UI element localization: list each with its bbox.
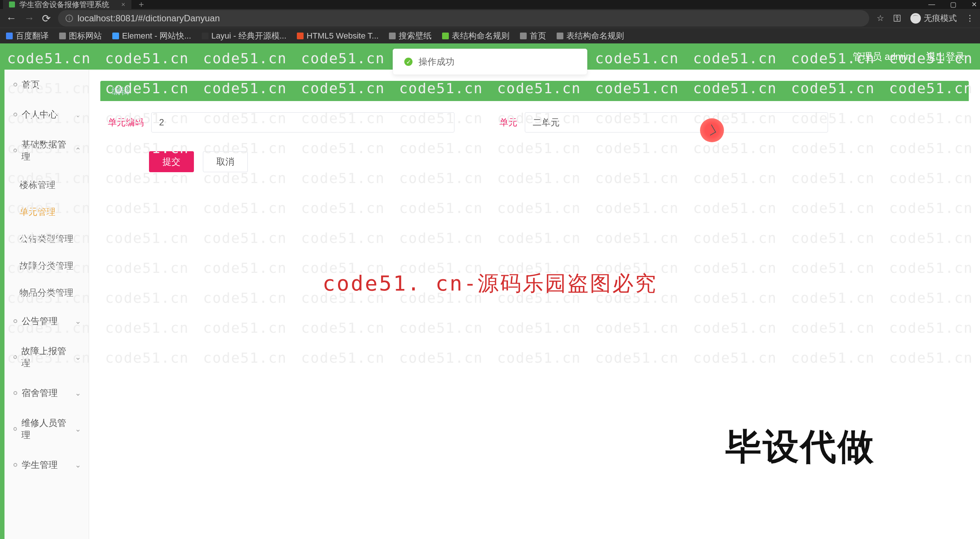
star-icon[interactable]: ☆ bbox=[877, 13, 884, 23]
sidebar-sub-unit[interactable]: 单元管理 bbox=[0, 199, 89, 225]
tab-favicon bbox=[9, 2, 15, 8]
bookmark-icon bbox=[112, 33, 119, 39]
dot-icon bbox=[13, 427, 17, 431]
dot-icon bbox=[13, 319, 17, 323]
dot-icon bbox=[13, 355, 17, 359]
sidebar-home[interactable]: 首页 bbox=[0, 70, 89, 100]
field-unit-name: 单元 bbox=[500, 112, 828, 132]
submit-button[interactable]: 提交 bbox=[149, 151, 194, 172]
field-unit-code: 单元编码 bbox=[108, 112, 455, 132]
back-button[interactable]: ← bbox=[6, 12, 16, 24]
form-row: 单元编码 单元 bbox=[100, 101, 969, 144]
chevron-down-icon: ⌄ bbox=[75, 460, 81, 469]
tab-title: 学生宿舍设备报修管理系统 bbox=[19, 0, 109, 10]
watermark-center-text: code51. cn-源码乐园盗图必究 bbox=[323, 269, 658, 298]
bookmark-icon bbox=[202, 33, 208, 39]
close-tab-icon[interactable]: × bbox=[121, 1, 126, 9]
sidebar-dorm[interactable]: 宿舍管理⌄ bbox=[0, 378, 89, 408]
sidebar-sub-building[interactable]: 楼栋管理 bbox=[0, 172, 89, 199]
bookmark-icon bbox=[389, 33, 396, 39]
sidebar-notice[interactable]: 公告管理⌄ bbox=[0, 306, 89, 336]
bookmark-item[interactable]: Layui - 经典开源模... bbox=[202, 30, 286, 41]
sidebar-sub-item-type[interactable]: 物品分类管理 bbox=[0, 279, 89, 306]
button-row: 提交 取消 bbox=[100, 144, 969, 180]
new-tab-button[interactable]: + bbox=[139, 0, 144, 10]
label-unit-code: 单元编码 bbox=[108, 116, 144, 129]
cancel-button[interactable]: 取消 bbox=[203, 151, 248, 172]
bookmark-item[interactable]: 搜索壁纸 bbox=[389, 30, 432, 41]
menu-icon[interactable]: ⋮ bbox=[966, 13, 974, 23]
url-input[interactable]: i localhost:8081/#/dictionaryDanyuan bbox=[58, 10, 869, 27]
sidebar-personal[interactable]: 个人中心⌄ bbox=[0, 100, 89, 129]
chevron-down-icon: ⌄ bbox=[75, 316, 81, 326]
bookmark-item[interactable]: 首页 bbox=[520, 30, 546, 41]
bookmark-item[interactable]: 百度翻译 bbox=[6, 30, 49, 41]
success-toast: ✓ 操作成功 bbox=[393, 49, 587, 75]
site-info-icon[interactable]: i bbox=[65, 14, 73, 22]
header-user[interactable]: 管理员 admin bbox=[853, 50, 911, 63]
bookmark-icon bbox=[557, 33, 563, 39]
bookmark-item[interactable]: 表结构命名规则 bbox=[557, 30, 624, 41]
bookmark-icon bbox=[442, 33, 449, 39]
bookmark-item[interactable]: 表结构命名规则 bbox=[442, 30, 509, 41]
incognito-icon: ⌒ bbox=[910, 13, 921, 24]
browser-titlebar: 学生宿舍设备报修管理系统 × + — ▢ ✕ bbox=[0, 0, 980, 9]
cursor-indicator bbox=[700, 118, 724, 142]
sidebar-fault-report[interactable]: 故障上报管理⌄ bbox=[0, 336, 89, 378]
profile-badge[interactable]: ⌒ 无痕模式 bbox=[910, 13, 957, 24]
watermark-corner-text: 毕设代做 bbox=[725, 423, 875, 472]
sidebar: 首页 个人中心⌄ 基础数据管理⌃ 楼栋管理 单元管理 公告类型管理 故障分类管理… bbox=[0, 70, 89, 539]
address-bar: ← → ⟳ i localhost:8081/#/dictionaryDanyu… bbox=[0, 9, 980, 28]
sidebar-sub-notice-type[interactable]: 公告类型管理 bbox=[0, 225, 89, 252]
bookmarks-bar: 百度翻译 图标网站 Element - 网站快... Layui - 经典开源模… bbox=[0, 28, 980, 43]
breadcrumb: 编辑 bbox=[111, 85, 129, 97]
logout-link[interactable]: 退出登录 bbox=[926, 50, 965, 63]
label-unit-name: 单元 bbox=[500, 116, 517, 129]
sidebar-base-data[interactable]: 基础数据管理⌃ bbox=[0, 129, 89, 172]
panel-header: 编辑 bbox=[100, 81, 969, 101]
toast-message: 操作成功 bbox=[418, 56, 455, 68]
url-text: localhost:8081/#/dictionaryDanyuan bbox=[78, 13, 220, 24]
key-icon[interactable]: ⚿ bbox=[893, 13, 901, 23]
reload-button[interactable]: ⟳ bbox=[42, 12, 51, 25]
check-icon: ✓ bbox=[404, 58, 412, 66]
window-controls: — ▢ ✕ bbox=[928, 0, 977, 9]
dot-icon bbox=[13, 463, 17, 467]
sidebar-repair-staff[interactable]: 维修人员管理⌄ bbox=[0, 408, 89, 450]
dot-icon bbox=[13, 83, 17, 86]
bookmark-item[interactable]: 图标网站 bbox=[59, 30, 102, 41]
chevron-down-icon: ⌄ bbox=[75, 110, 81, 119]
input-unit-code[interactable] bbox=[151, 112, 455, 132]
profile-mode-text: 无痕模式 bbox=[924, 13, 957, 24]
chevron-down-icon: ⌄ bbox=[75, 353, 81, 362]
chevron-down-icon: ⌄ bbox=[75, 425, 81, 434]
chevron-up-icon: ⌃ bbox=[75, 146, 81, 155]
input-unit-name[interactable] bbox=[525, 112, 828, 132]
bookmark-item[interactable]: HTML5 Website T... bbox=[297, 31, 379, 41]
sidebar-student[interactable]: 学生管理⌄ bbox=[0, 450, 89, 480]
close-window-icon[interactable]: ✕ bbox=[971, 0, 977, 9]
sidebar-sub-fault-type[interactable]: 故障分类管理 bbox=[0, 252, 89, 279]
bookmark-icon bbox=[59, 33, 66, 39]
bookmark-item[interactable]: Element - 网站快... bbox=[112, 30, 191, 41]
forward-button[interactable]: → bbox=[24, 12, 35, 24]
chevron-down-icon: ⌄ bbox=[75, 388, 81, 397]
bookmark-icon bbox=[6, 33, 13, 39]
bookmark-icon bbox=[297, 33, 304, 39]
bookmark-icon bbox=[520, 33, 527, 39]
dot-icon bbox=[13, 149, 17, 152]
dot-icon bbox=[13, 113, 17, 116]
dot-icon bbox=[13, 391, 17, 395]
maximize-icon[interactable]: ▢ bbox=[950, 0, 956, 9]
browser-tab[interactable]: 学生宿舍设备报修管理系统 × bbox=[3, 0, 131, 11]
minimize-icon[interactable]: — bbox=[928, 0, 935, 9]
